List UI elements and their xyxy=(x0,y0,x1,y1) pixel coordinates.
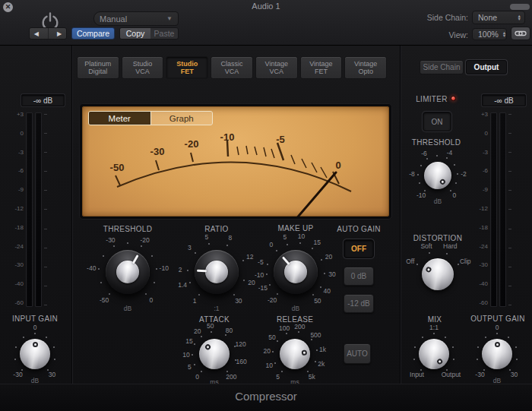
knob-tick-label: 5 xyxy=(204,233,208,241)
knob-tick-dot xyxy=(429,252,430,254)
tab-graph[interactable]: Graph xyxy=(150,112,213,125)
model-button-studio-vca[interactable]: StudioVCA xyxy=(122,56,164,79)
knob-tick-label: 2 xyxy=(179,266,182,273)
meter-scale-labels: +30-3-6-9-12-18-24-30-40-60 xyxy=(473,112,488,306)
meter-tick xyxy=(44,248,47,248)
meter-bar-right-channel xyxy=(35,112,42,307)
knob-tick-dot xyxy=(141,245,142,247)
distortion-knob[interactable]: OffSoftHardClip xyxy=(396,232,480,316)
knob-tick-dot xyxy=(14,359,16,360)
input-level-meter: +30-3-6-9-12-18-24-30-40-60 xyxy=(8,112,47,307)
auto-gain-option-0db[interactable]: 0 dB xyxy=(344,267,374,286)
model-button-vintage-vca[interactable]: VintageVCA xyxy=(255,56,298,79)
knob-tick-label: -30 xyxy=(475,371,484,378)
knob-unit-label: dB xyxy=(434,198,442,205)
knob-tick-label: 1k xyxy=(319,346,326,353)
display-mode-toggle: Meter Graph xyxy=(88,111,213,125)
knob-tick-dot xyxy=(15,346,17,348)
meter-scale-label: -60 xyxy=(14,300,24,306)
knob-tick-dot xyxy=(485,337,486,338)
tab-meter[interactable]: Meter xyxy=(89,112,150,125)
meter-tick xyxy=(508,229,511,229)
preset-dropdown[interactable]: Manual ▼ xyxy=(93,11,179,26)
knob-tick-dot xyxy=(316,349,318,351)
prev-preset-button[interactable]: ◀ xyxy=(34,30,39,37)
knob-tick-dot xyxy=(109,293,110,295)
auto-gain-option--12db[interactable]: -12 dB xyxy=(344,294,374,313)
meter-scale-label: -18 xyxy=(14,225,24,231)
meter-tick xyxy=(44,190,47,191)
side-chain-select[interactable]: None ▲▼ xyxy=(472,11,525,24)
knob-tick-dot xyxy=(269,284,271,286)
knob-tick-label: 50 xyxy=(314,297,321,305)
knob-unit-label: :1 xyxy=(214,305,219,312)
knob-face xyxy=(274,250,318,294)
view-select[interactable]: 100% ▲▼ xyxy=(472,28,507,40)
knob-tick-label: 120 xyxy=(235,340,245,348)
meter-tick xyxy=(508,209,511,210)
meter-scale-label: +3 xyxy=(17,112,24,118)
knob-tick-label: Clip xyxy=(460,258,471,265)
knob-tick-dot xyxy=(324,273,325,274)
knob-tick-label: 50 xyxy=(268,334,275,341)
model-selector: PlatinumDigitalStudioVCAStudioFETClassic… xyxy=(77,56,387,79)
knob-pointer-dot xyxy=(33,342,38,347)
compare-button[interactable]: Compare xyxy=(71,27,115,40)
copy-button[interactable]: Copy xyxy=(120,28,150,39)
paste-button[interactable]: Paste xyxy=(150,28,178,39)
meter-tick xyxy=(44,114,47,115)
model-button-vintage-fet[interactable]: VintageFET xyxy=(300,56,343,79)
auto-gain-option-off[interactable]: OFF xyxy=(344,239,374,258)
side-chain-tab[interactable]: Side Chain xyxy=(420,60,464,74)
window-widget-pill[interactable] xyxy=(510,4,530,10)
knob-tick-dot xyxy=(23,337,24,338)
knob-tick-dot xyxy=(477,346,479,348)
knob-tick-label: 5k xyxy=(309,373,315,381)
knob-tick-dot xyxy=(420,369,422,371)
model-button-vintage-opto[interactable]: VintageOpto xyxy=(344,56,387,79)
meter-ticks xyxy=(44,112,47,307)
link-button[interactable] xyxy=(511,27,530,40)
knob-tick-label: 5 xyxy=(276,373,280,381)
model-button-studio-fet[interactable]: StudioFET xyxy=(166,56,208,79)
meter-tick xyxy=(44,229,47,229)
output-tab[interactable]: Output xyxy=(466,60,507,74)
knob-tick-dot xyxy=(201,336,202,337)
meter-scale-label: 0 xyxy=(21,131,24,137)
side-chain-label: Side Chain: xyxy=(410,13,468,22)
output-level-meter: +30-3-6-9-12-18-24-30-40-60 xyxy=(473,112,511,307)
chevron-down-icon: ▼ xyxy=(166,15,173,22)
makeup-knob[interactable]: -20-15-10-505101520304050dB xyxy=(246,223,345,321)
model-button-classic-vca[interactable]: ClassicVCA xyxy=(211,56,253,79)
knob-tick-dot xyxy=(420,165,422,166)
knob-tick-dot xyxy=(189,282,191,283)
knob-tick-label: -15 xyxy=(258,284,268,292)
knob-tick-label: -20 xyxy=(268,296,277,304)
preset-value: Manual xyxy=(100,14,127,24)
knob-tick-dot xyxy=(208,243,210,245)
knob-face xyxy=(199,339,230,369)
threshold-knob[interactable]: -50-40-30-20-100dB xyxy=(78,223,177,321)
knob-tick-dot xyxy=(195,252,196,254)
release-auto-button[interactable]: AUTO xyxy=(344,343,371,364)
svg-text:-50: -50 xyxy=(110,162,125,173)
knob-tick-dot xyxy=(233,294,235,296)
next-preset-button[interactable]: ▶ xyxy=(57,30,62,37)
svg-text:0: 0 xyxy=(335,160,340,171)
knob-tick-label: 10 xyxy=(298,232,305,240)
model-button-platinum-digital[interactable]: PlatinumDigital xyxy=(77,56,119,79)
meter-scale-label: -18 xyxy=(479,225,488,231)
knob-tick-dot xyxy=(436,155,438,156)
knob-tick-dot xyxy=(103,255,104,257)
limiter-threshold-knob[interactable]: -10-8-6-4-20dB xyxy=(396,134,480,217)
output-meter-readout: -∞ dB xyxy=(482,94,526,106)
knob-tick-dot xyxy=(53,346,55,348)
knob-cap xyxy=(116,261,139,283)
knob-tick-dot xyxy=(225,334,226,336)
meter-tick xyxy=(508,190,511,191)
knob-tick-dot xyxy=(281,371,283,372)
knob-tick-dot xyxy=(154,282,155,283)
knob-tick-dot xyxy=(458,264,459,265)
limiter-on-button[interactable]: ON xyxy=(423,112,451,131)
meter-tick xyxy=(508,171,511,172)
